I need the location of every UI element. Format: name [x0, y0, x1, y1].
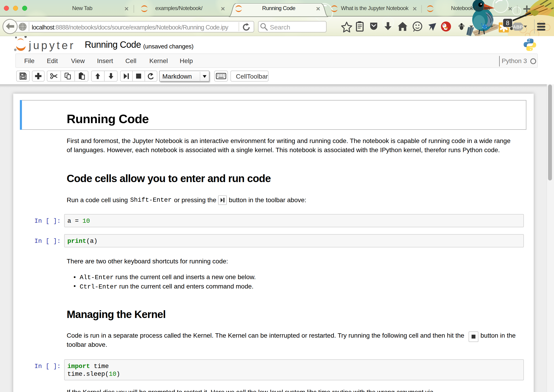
svg-text:8: 8: [506, 20, 509, 27]
svg-text:ABP: ABP: [513, 24, 523, 29]
